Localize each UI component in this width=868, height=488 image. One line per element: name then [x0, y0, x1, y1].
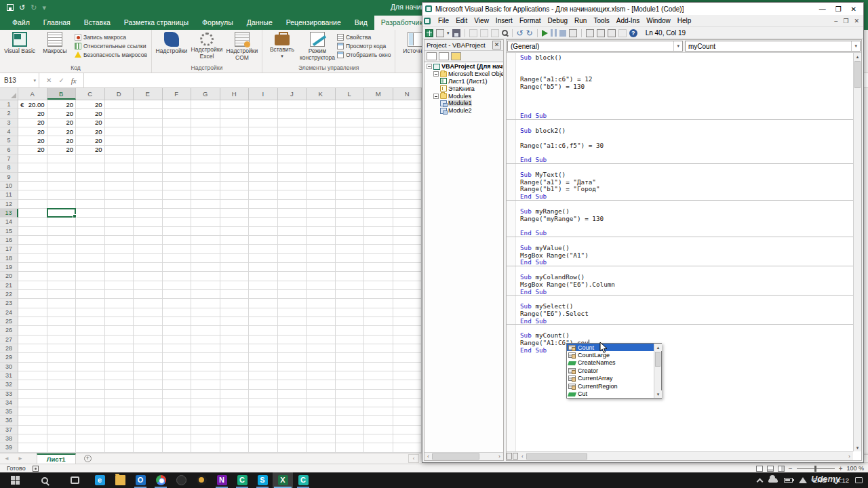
visual-basic-button[interactable]: Visual Basic — [2, 30, 37, 55]
cell-E36[interactable] — [134, 416, 163, 425]
scroll-right-icon[interactable]: › — [846, 453, 853, 460]
cell-B38[interactable] — [47, 434, 77, 443]
cell-C32[interactable] — [76, 380, 105, 389]
cell-G22[interactable] — [191, 290, 220, 299]
cell-C21[interactable] — [76, 281, 105, 290]
cell-N33[interactable] — [393, 390, 422, 399]
cell-D29[interactable] — [105, 353, 134, 362]
cell-A18[interactable] — [18, 254, 47, 263]
tab-Разработчик[interactable]: Разработчик — [374, 16, 429, 30]
cell-N34[interactable] — [393, 399, 422, 407]
mdi-restore-icon[interactable]: ❐ — [843, 18, 848, 24]
row-header-3[interactable]: 3 — [0, 119, 18, 127]
cell-M10[interactable] — [364, 182, 393, 190]
cell-E25[interactable] — [134, 317, 163, 326]
autocomplete-item-CreateNames[interactable]: CreateNames — [567, 359, 654, 367]
edge-icon[interactable]: e — [90, 472, 110, 488]
record-macro-button[interactable]: Запись макроса — [73, 33, 149, 41]
cell-J15[interactable] — [278, 227, 307, 236]
menu-help[interactable]: Help — [674, 16, 695, 26]
chevron-down-icon[interactable]: ▾ — [673, 41, 679, 51]
cell-C17[interactable] — [76, 245, 105, 253]
cell-D25[interactable] — [105, 317, 134, 326]
cell-G35[interactable] — [191, 407, 220, 416]
cell-A27[interactable] — [18, 336, 47, 344]
cell-K4[interactable] — [307, 127, 336, 136]
cell-I1[interactable] — [249, 100, 278, 109]
cell-H23[interactable] — [220, 299, 250, 308]
cell-L8[interactable] — [336, 163, 365, 172]
cell-G14[interactable] — [191, 218, 220, 226]
cell-G4[interactable] — [191, 127, 220, 136]
cell-D21[interactable] — [105, 281, 134, 290]
row-header-2[interactable]: 2 — [0, 109, 18, 118]
column-header-D[interactable]: D — [105, 88, 134, 100]
cell-A23[interactable] — [18, 299, 47, 308]
scrollbar-thumb[interactable] — [854, 61, 861, 88]
cell-L4[interactable] — [336, 127, 365, 136]
cell-C4[interactable]: 20 — [76, 127, 105, 136]
cell-K30[interactable] — [307, 363, 336, 371]
column-header-N[interactable]: N — [393, 88, 422, 100]
cell-H9[interactable] — [220, 173, 250, 182]
cell-H30[interactable] — [220, 363, 250, 371]
cell-N11[interactable] — [393, 190, 422, 199]
code-line-11[interactable]: Sub block2() — [507, 127, 853, 135]
cell-A12[interactable] — [18, 200, 47, 209]
cell-I2[interactable] — [249, 109, 278, 118]
cell-F18[interactable] — [163, 254, 192, 263]
cell-B2[interactable]: 20 — [47, 109, 77, 118]
cell-G1[interactable] — [191, 100, 220, 109]
action-center-icon[interactable] — [855, 477, 863, 483]
cut-icon[interactable] — [469, 29, 477, 37]
row-header-23[interactable]: 23 — [0, 299, 18, 308]
cell-L5[interactable] — [336, 136, 365, 145]
cell-K8[interactable] — [307, 163, 336, 172]
cell-K22[interactable] — [307, 290, 336, 299]
code-line-24[interactable] — [507, 222, 853, 230]
cell-D39[interactable] — [105, 443, 134, 452]
cell-A20[interactable] — [18, 272, 47, 281]
cell-M32[interactable] — [364, 380, 393, 389]
cell-K12[interactable] — [307, 200, 336, 209]
insert-function-icon[interactable]: fx — [71, 77, 77, 85]
scroll-left-icon[interactable]: ‹ — [425, 453, 432, 460]
full-view-button[interactable] — [513, 453, 518, 460]
cell-L14[interactable] — [336, 218, 365, 226]
split-view-button[interactable] — [507, 453, 512, 460]
cell-G5[interactable] — [191, 136, 220, 145]
cell-F27[interactable] — [163, 336, 192, 344]
menu-window[interactable]: Window — [643, 16, 674, 26]
cell-F2[interactable] — [163, 109, 192, 118]
cell-M18[interactable] — [364, 254, 393, 263]
cell-A38[interactable] — [18, 434, 47, 443]
cell-C22[interactable] — [76, 290, 105, 299]
column-header-J[interactable]: J — [278, 88, 307, 100]
sheet-nav-right-icon[interactable]: ► — [14, 455, 27, 462]
cell-M34[interactable] — [364, 399, 393, 407]
cell-G20[interactable] — [191, 272, 220, 281]
cell-H36[interactable] — [220, 416, 250, 425]
cell-G12[interactable] — [191, 200, 220, 209]
cell-E28[interactable] — [134, 344, 163, 353]
cell-L39[interactable] — [336, 443, 365, 452]
cell-B25[interactable] — [47, 317, 77, 326]
cell-K3[interactable] — [307, 119, 336, 127]
cell-D9[interactable] — [105, 173, 134, 182]
cell-L25[interactable] — [336, 317, 365, 326]
cell-J28[interactable] — [278, 344, 307, 353]
column-header-L[interactable]: L — [336, 88, 365, 100]
cell-L22[interactable] — [336, 290, 365, 299]
save-icon[interactable] — [452, 29, 460, 37]
tree-item-Microsoft Excel Objects[interactable]: Microsoft Excel Objects — [425, 70, 503, 78]
page-break-view-icon[interactable] — [778, 466, 785, 472]
cell-A31[interactable] — [18, 371, 47, 380]
cell-B29[interactable] — [47, 353, 77, 362]
tree-item-VBAProject (Для начин[interactable]: VBAProject (Для начин — [425, 63, 503, 70]
cell-K9[interactable] — [307, 173, 336, 182]
cell-N12[interactable] — [393, 200, 422, 209]
cell-C2[interactable]: 20 — [76, 109, 105, 118]
cell-I13[interactable] — [249, 209, 278, 218]
zoom-slider-thumb[interactable] — [814, 466, 816, 472]
cell-F7[interactable] — [163, 155, 192, 163]
